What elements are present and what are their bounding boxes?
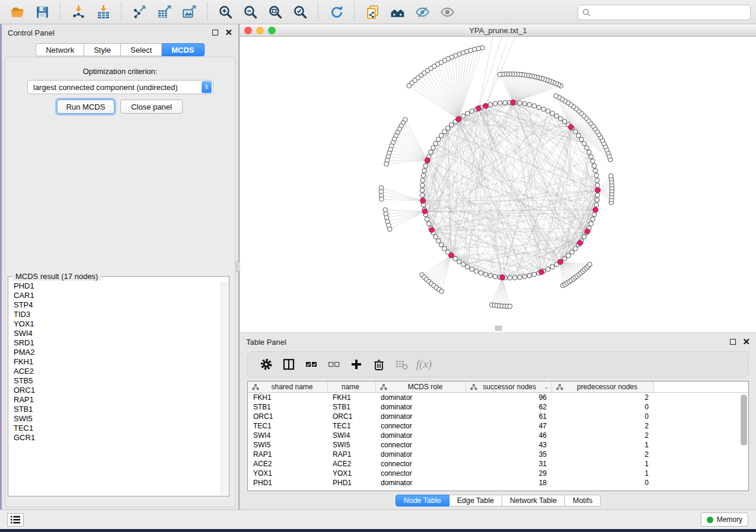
cell: 31 <box>466 459 552 469</box>
mcds-result-item[interactable]: SWI5 <box>9 414 221 424</box>
tab-select[interactable]: Select <box>121 43 162 56</box>
toggle-columns-icon[interactable] <box>279 354 299 374</box>
column-header-name[interactable]: name <box>328 382 376 392</box>
mcds-result-item[interactable]: FKH1 <box>9 357 221 367</box>
select-all-icon[interactable] <box>301 354 321 374</box>
mcds-result-item[interactable]: TID3 <box>9 310 221 319</box>
mcds-result-item[interactable]: SRD1 <box>9 338 221 348</box>
table-panel: Table Panel ✕ f(x) shared namenameMCDS r… <box>240 334 756 509</box>
export-network-icon[interactable] <box>130 2 149 22</box>
delete-column-icon[interactable] <box>369 354 389 374</box>
mcds-result-group: MCDS result (17 nodes) PHD1CAR1STP4TID3Y… <box>8 276 229 496</box>
show-all-icon[interactable] <box>438 2 457 22</box>
table-row[interactable]: ORC1ORC1dominator610 <box>248 412 748 421</box>
import-table-icon[interactable] <box>94 2 113 22</box>
cell: PHD1 <box>248 478 328 488</box>
tab-style[interactable]: Style <box>84 43 121 56</box>
table-row[interactable]: PHD1PHD1dominator180 <box>248 478 748 488</box>
network-window-titlebar[interactable]: YPA_prune.txt_1 <box>240 24 756 37</box>
table-row[interactable]: STB1STB1dominator620 <box>248 402 748 412</box>
mcds-result-item[interactable]: ACE2 <box>9 367 221 376</box>
cell: dominator <box>376 412 466 421</box>
export-table-icon[interactable] <box>155 2 174 22</box>
cell: YOX1 <box>248 469 328 478</box>
table-row[interactable]: TEC1TEC1connector472 <box>248 421 748 431</box>
mcds-result-list[interactable]: PHD1CAR1STP4TID3YOX1SWI4SRD1PMA2FKH1ACE2… <box>9 281 221 495</box>
float-table-panel-icon[interactable] <box>730 339 736 345</box>
first-neighbors-icon[interactable] <box>388 2 407 22</box>
mcds-result-item[interactable]: SWI4 <box>9 329 221 338</box>
hide-selected-icon[interactable] <box>413 2 432 22</box>
column-header-MCDS-role[interactable]: MCDS role <box>376 382 466 392</box>
new-network-from-selection-icon[interactable] <box>363 2 382 22</box>
network-graph[interactable] <box>240 37 756 332</box>
zoom-out-icon[interactable] <box>241 2 260 22</box>
network-canvas[interactable] <box>240 37 756 332</box>
mcds-tab-content: Optimization criterion: largest connecte… <box>5 57 235 507</box>
cell: ACE2 <box>328 459 376 469</box>
tab-network-table[interactable]: Network Table <box>502 495 565 507</box>
toolbar-separator <box>207 3 208 21</box>
mcds-result-item[interactable]: RAP1 <box>9 395 221 405</box>
memory-button[interactable]: Memory <box>701 512 748 527</box>
list-icon <box>11 516 20 524</box>
tab-edge-table[interactable]: Edge Table <box>449 495 502 507</box>
table-row[interactable]: SWI4SWI4dominator462 <box>248 431 748 440</box>
run-mcds-button[interactable]: Run MCDS <box>57 100 114 114</box>
mcds-result-item[interactable]: PHD1 <box>9 281 221 291</box>
cell: FKH1 <box>328 393 376 402</box>
table-row[interactable]: RAP1RAP1dominator352 <box>248 450 748 459</box>
open-file-icon[interactable] <box>8 2 27 22</box>
cell: dominator <box>376 393 466 402</box>
cell: 1 <box>552 440 654 450</box>
mcds-result-item[interactable]: PMA2 <box>9 348 221 357</box>
table-settings-icon[interactable] <box>256 354 276 374</box>
close-panel-icon[interactable]: ✕ <box>225 30 232 36</box>
close-panel-button[interactable]: Close panel <box>120 100 183 114</box>
optimization-criterion-select[interactable]: largest connected component (undirected)… <box>27 80 213 94</box>
node-table[interactable]: shared namenameMCDS rolesuccessor nodes⌄… <box>247 381 749 491</box>
table-row[interactable]: FKH1FKH1dominator962 <box>248 393 748 402</box>
task-history-button[interactable] <box>7 513 24 527</box>
mcds-result-item[interactable]: STB1 <box>9 405 221 414</box>
column-label: shared name <box>259 383 327 391</box>
mcds-result-item[interactable]: YOX1 <box>9 319 221 329</box>
tab-node-table[interactable]: Node Table <box>395 495 449 507</box>
search-input[interactable] <box>595 8 746 17</box>
sort-indicator-icon[interactable]: ⌄ <box>544 384 548 390</box>
mcds-result-item[interactable]: GCR1 <box>9 433 221 443</box>
cell: SWI4 <box>248 431 328 440</box>
shared-column-icon <box>252 384 259 390</box>
mcds-result-item[interactable]: ORC1 <box>9 386 221 395</box>
zoom-in-icon[interactable] <box>216 2 235 22</box>
table-row[interactable]: YOX1YOX1connector291 <box>248 469 748 478</box>
tab-network[interactable]: Network <box>36 43 84 56</box>
float-panel-icon[interactable] <box>212 30 218 36</box>
table-scrollbar-thumb[interactable] <box>741 395 747 446</box>
table-row[interactable]: SWI5SWI5connector431 <box>248 440 748 450</box>
tab-motifs[interactable]: Motifs <box>565 495 601 507</box>
search-box[interactable] <box>578 5 751 20</box>
add-column-icon[interactable] <box>346 354 366 374</box>
mcds-result-item[interactable]: CAR1 <box>9 291 221 300</box>
mcds-result-item[interactable]: TEC1 <box>9 424 221 433</box>
mcds-list-scrollbar[interactable] <box>221 281 228 495</box>
refresh-icon[interactable] <box>327 2 346 22</box>
zoom-selected-icon[interactable] <box>291 2 310 22</box>
tab-mcds[interactable]: MCDS <box>162 43 204 56</box>
cell: SWI4 <box>328 431 376 440</box>
control-panel-title: Control Panel <box>8 28 55 37</box>
mcds-result-item[interactable]: STP4 <box>9 300 221 310</box>
column-header-predecessor-nodes[interactable]: predecessor nodes <box>552 382 654 392</box>
column-header-successor-nodes[interactable]: successor nodes⌄ <box>466 382 552 392</box>
column-header-shared-name[interactable]: shared name <box>248 382 328 392</box>
canvas-resize-handle[interactable] <box>495 326 502 331</box>
export-image-icon[interactable] <box>180 2 199 22</box>
zoom-fit-icon[interactable] <box>266 2 285 22</box>
table-row[interactable]: ACE2ACE2connector311 <box>248 459 748 469</box>
mcds-result-item[interactable]: STB5 <box>9 376 221 386</box>
deselect-all-icon[interactable] <box>324 354 344 374</box>
import-network-icon[interactable] <box>69 2 88 22</box>
save-session-icon[interactable] <box>33 2 52 22</box>
close-table-panel-icon[interactable]: ✕ <box>742 339 750 345</box>
